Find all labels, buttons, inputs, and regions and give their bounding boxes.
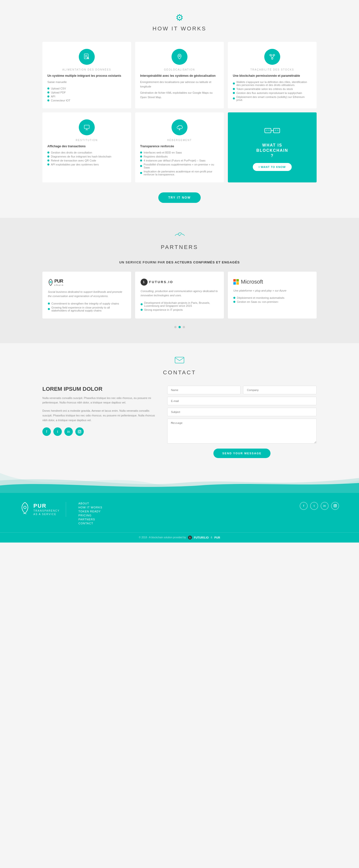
footer-futurs-text: FUTURS.IO [194, 536, 209, 539]
how-it-works-title: HOW IT WORKS [20, 25, 339, 32]
card-trace-icon [264, 49, 280, 65]
card-geo-subtitle: Interopérabilité avec les systèmes de gé… [140, 74, 219, 78]
contact-para1: Nulla venenatis convallis suscipit. Phas… [42, 396, 157, 405]
svg-point-6 [270, 54, 271, 56]
partner-card-pur: PUR chain Social business dedicated to s… [42, 272, 131, 318]
partners-subtitle: UN SERVICE FOURNI PAR DES ACTEURS CONFIR… [20, 260, 339, 264]
svg-rect-18 [266, 130, 268, 131]
footer-brand-text: PUR TRANSPARENCY AS A SERVICE [33, 503, 60, 516]
svg-rect-19 [268, 130, 270, 131]
card-trace-icon-wrap [233, 49, 311, 65]
subject-input[interactable] [167, 408, 317, 416]
footer-twitter-icon[interactable]: t [310, 502, 318, 510]
footer-brand-sub1: TRANSPARENCY [33, 509, 60, 513]
try-it-button[interactable]: TRY IT NOW [158, 192, 201, 203]
list-item: 4 instances par défaut (Futurs et PurPro… [140, 158, 219, 162]
company-input[interactable] [243, 386, 317, 394]
svg-point-8 [271, 58, 273, 59]
list-item: Déploiement des smart contracts (solidit… [233, 95, 311, 102]
footer-nav-how[interactable]: HOW IT WORKS [79, 506, 290, 509]
card-rest-icon [79, 119, 95, 135]
list-item: API exploitables par des systèmes tiers [48, 162, 126, 166]
card-restitution: RESTITUTION Affichage des transactions G… [42, 113, 131, 182]
facebook-icon[interactable]: f [42, 427, 51, 436]
dot-1[interactable] [174, 326, 177, 328]
footer-facebook-icon[interactable]: f [300, 502, 308, 510]
partners-icon [20, 230, 339, 242]
list-item: Possibilité d'instances supplémentaires … [140, 162, 219, 169]
instagram-icon[interactable] [75, 427, 84, 436]
list-item: Gestion des flux autorisés reproduisant … [233, 91, 311, 95]
send-button[interactable]: SEND YOUR MESSAGE [213, 448, 270, 458]
card-rest-title: RESTITUTION [48, 139, 126, 142]
card-geolocalisation: GÉOLOCALISATION Interopérabilité avec le… [135, 42, 224, 108]
card-geo-title: GÉOLOCALISATION [140, 68, 219, 71]
list-item: Connecteur IOT [48, 98, 126, 102]
footer-linkedin-icon[interactable]: in [321, 502, 329, 510]
partners-cards-grid: PUR chain Social business dedicated to s… [42, 272, 317, 318]
contact-para2: Donec hendrerit orci a molestie gravida.… [42, 408, 157, 423]
card-rest-icon-wrap [48, 119, 126, 135]
footer-nav-about[interactable]: ABOUT [79, 502, 290, 505]
linkedin-icon[interactable]: in [64, 427, 73, 436]
partner-card-futurs: 1 FUTURS.IO Consulting, production and c… [135, 272, 224, 318]
footer-nav-partners[interactable]: PARTNERS [79, 518, 290, 521]
footer-brand-name: PUR [33, 503, 60, 509]
footer-logo-area: PUR TRANSPARENCY AS A SERVICE [20, 502, 66, 517]
card-alimentation-list: Upload CSV Upload PDF API Connecteur IOT [48, 87, 126, 102]
ms-description: Une plateforme « plug-and-play » sur Azu… [233, 288, 311, 293]
svg-rect-15 [265, 128, 271, 133]
email-input[interactable] [167, 397, 317, 405]
card-heb-icon-wrap [140, 119, 219, 135]
svg-rect-16 [273, 128, 280, 133]
dot-3[interactable] [183, 326, 185, 328]
svg-point-27 [24, 506, 26, 509]
contact-left: LOREM IPSUM DOLOR Nulla venenatis conval… [42, 386, 157, 458]
card-alimentation-icon [79, 49, 95, 65]
dot-2[interactable] [179, 326, 181, 328]
bottom-cards-grid: RESTITUTION Affichage des transactions G… [42, 113, 317, 182]
copyright-text: © 2018 - A blockchain solution provided … [139, 536, 186, 539]
card-rest-subtitle: Affichage des transactions [48, 145, 126, 148]
svg-point-5 [179, 55, 180, 57]
futurs-list: Development of blockchain projects in Pa… [141, 301, 218, 312]
send-btn-wrap: SEND YOUR MESSAGE [167, 448, 317, 458]
contact-section: CONTACT LOREM IPSUM DOLOR Nulla venenati… [0, 343, 359, 473]
blockchain-title: WHAT ISBLOCKCHAIN? [256, 143, 288, 158]
list-item: Commitment to strengthen the integrity o… [48, 302, 126, 306]
pur-list: Commitment to strengthen the integrity o… [48, 302, 126, 312]
blockchain-button[interactable]: I WANT TO KNOW [253, 163, 292, 171]
name-input[interactable] [167, 386, 241, 394]
contact-icon [20, 355, 339, 367]
try-it-btn-wrap: TRY IT NOW [20, 192, 339, 203]
svg-point-22 [50, 281, 51, 283]
svg-point-29 [334, 505, 336, 507]
svg-point-7 [273, 54, 275, 56]
card-geo-icon-wrap [140, 49, 219, 65]
footer-nav-contact[interactable]: CONTACT [79, 522, 290, 525]
svg-line-10 [271, 56, 272, 58]
contact-form: SEND YOUR MESSAGE [167, 386, 317, 458]
card-alimentation-intro: Saisie manuelle [48, 80, 126, 85]
list-item: Wallets s'appuyant sur la définition des… [233, 80, 311, 87]
twitter-icon[interactable]: t [53, 427, 62, 436]
footer-nav-token[interactable]: TOKEN READY [79, 510, 290, 513]
pur-description: Social business dedicated to support liv… [48, 290, 126, 299]
partners-section: PARTNERS UN SERVICE FOURNI PAR DES ACTEU… [0, 218, 359, 343]
message-textarea[interactable] [167, 419, 317, 443]
list-item: Gestion des droits de consultation [48, 151, 126, 155]
svg-rect-23 [175, 357, 184, 363]
svg-rect-20 [275, 130, 276, 131]
footer-nav-pricing[interactable]: PRICING [79, 514, 290, 517]
list-item: Gestion en Saas ou «on-premise» [233, 300, 311, 304]
list-item: Registres distribués [140, 155, 219, 158]
footer-logo-symbol [20, 502, 30, 517]
card-geo-text2: Génération de fichier KML exploitables s… [140, 91, 219, 99]
footer-brand-sub2: AS A SERVICE [33, 513, 60, 516]
card-heb-title: HÉBERGEMENT [140, 139, 219, 142]
futurs-logo: 1 FUTURS.IO [141, 279, 218, 286]
list-item: Diagrammes de flux intégrant les hash bl… [48, 155, 126, 158]
wave-top [0, 473, 359, 493]
footer-instagram-icon[interactable] [331, 502, 339, 510]
contact-title: CONTACT [20, 369, 339, 376]
